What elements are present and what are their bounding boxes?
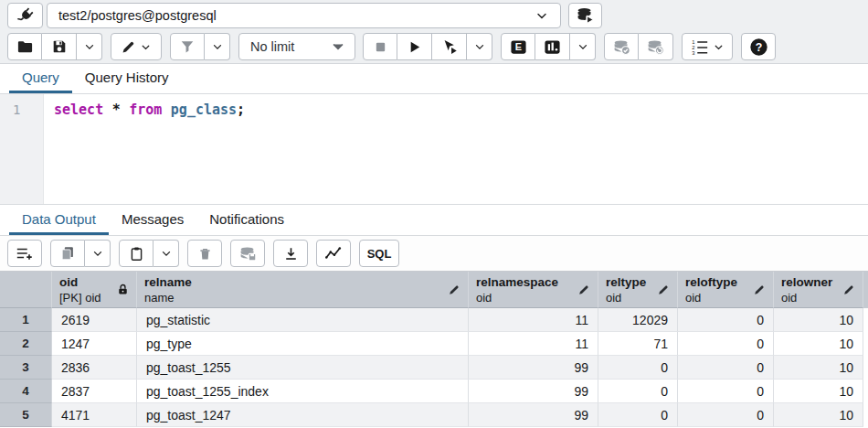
copy-button[interactable]	[50, 240, 85, 267]
cell-reloftype[interactable]: 0	[678, 380, 774, 403]
column-header-relnamespace[interactable]: relnamespace oid	[469, 272, 598, 308]
save-file-button[interactable]	[42, 33, 77, 60]
cell-reloftype[interactable]: 0	[678, 356, 774, 380]
column-header-oid[interactable]: oid [PK] oid	[52, 272, 137, 308]
column-name: relnamespace	[476, 274, 574, 290]
table-row: 5 4171 pg_toast_1247 99 0 0 10	[0, 403, 868, 427]
cell-relnamespace[interactable]: 99	[469, 380, 598, 403]
cell-reloftype[interactable]: 0	[678, 332, 774, 356]
explain-button[interactable]: E	[501, 33, 535, 60]
tab-notifications[interactable]: Notifications	[196, 205, 297, 235]
column-name: reltype	[606, 274, 653, 290]
cell-oid[interactable]: 2619	[52, 308, 137, 332]
cell-relnamespace[interactable]: 11	[469, 332, 598, 356]
cell-relowner[interactable]: 10	[774, 332, 863, 356]
tab-messages[interactable]: Messages	[109, 205, 196, 235]
cell-relowner[interactable]: 10	[774, 356, 863, 380]
cell-reltype[interactable]: 0	[598, 380, 678, 403]
download-results-button[interactable]	[273, 240, 308, 267]
cell-relname[interactable]: pg_statistic	[137, 308, 469, 332]
show-sql-button[interactable]: SQL	[359, 240, 399, 267]
cell-reltype[interactable]: 0	[598, 403, 678, 427]
cell-relname[interactable]: pg_toast_1255	[137, 356, 469, 380]
paste-button[interactable]	[119, 240, 153, 267]
tab-query[interactable]: Query	[9, 64, 72, 93]
cell-relowner[interactable]: 10	[774, 403, 863, 427]
rollback-button[interactable]	[639, 33, 673, 60]
connection-selector[interactable]: test2/postgres@postgresql	[47, 3, 561, 28]
row-number[interactable]: 1	[0, 308, 52, 332]
query-tabstrip: Query Query History	[0, 64, 868, 94]
row-number[interactable]: 5	[0, 403, 52, 427]
column-type: oid	[685, 290, 749, 305]
cell-reloftype[interactable]: 0	[678, 308, 774, 332]
edit-pencil-icon[interactable]	[657, 284, 670, 296]
copy-options-dropdown[interactable]	[85, 240, 111, 267]
row-number[interactable]: 3	[0, 356, 52, 380]
trash-icon	[197, 246, 213, 262]
cell-relname[interactable]: pg_toast_1247	[137, 403, 469, 427]
sql-code-input[interactable]: select*frompg_class;	[44, 94, 868, 204]
cell-oid[interactable]: 2837	[52, 380, 137, 403]
new-query-tool-button[interactable]	[568, 3, 602, 28]
grid-corner-cell[interactable]	[0, 272, 52, 308]
cell-oid[interactable]: 4171	[52, 403, 137, 427]
tab-data-output[interactable]: Data Output	[9, 205, 109, 235]
cell-reltype[interactable]: 12029	[598, 308, 678, 332]
row-number[interactable]: 2	[0, 332, 52, 356]
database-play-icon	[576, 6, 595, 24]
column-header-reltype[interactable]: reltype oid	[598, 272, 678, 308]
filter-options-dropdown[interactable]	[205, 33, 230, 60]
commit-button[interactable]	[604, 33, 639, 60]
help-button[interactable]: ?	[741, 33, 776, 60]
cell-oid[interactable]: 2836	[52, 356, 137, 380]
database-commit-icon	[612, 38, 631, 56]
cell-oid[interactable]: 1247	[52, 332, 137, 356]
delete-row-button[interactable]	[187, 240, 222, 267]
edit-pencil-icon[interactable]	[448, 284, 460, 296]
add-row-button[interactable]	[7, 240, 42, 267]
plug-icon	[16, 6, 35, 25]
open-file-button[interactable]	[7, 33, 42, 60]
cell-relname[interactable]: pg_type	[137, 332, 469, 356]
svg-text:?: ?	[755, 40, 762, 53]
execute-from-cursor-button[interactable]	[432, 33, 467, 60]
explain-analyze-button[interactable]	[535, 33, 570, 60]
cell-reltype[interactable]: 71	[598, 332, 678, 356]
chevron-down-icon	[473, 40, 486, 53]
edit-pencil-icon[interactable]	[577, 284, 590, 296]
chevron-down-icon	[160, 247, 173, 260]
cell-relnamespace[interactable]: 99	[469, 356, 598, 380]
column-type: oid	[606, 290, 653, 305]
row-number[interactable]: 4	[0, 380, 52, 403]
execute-options-dropdown[interactable]	[467, 33, 492, 60]
tab-query-history[interactable]: Query History	[72, 64, 182, 93]
cell-relnamespace[interactable]: 11	[469, 308, 598, 332]
cell-reltype[interactable]: 0	[598, 356, 678, 380]
save-data-changes-button[interactable]	[230, 240, 265, 267]
paste-options-dropdown[interactable]	[153, 240, 179, 267]
column-type: name	[144, 290, 444, 305]
column-header-reloftype[interactable]: reloftype oid	[678, 272, 774, 308]
column-header-relname[interactable]: relname name	[137, 272, 469, 308]
database-save-icon	[238, 245, 258, 262]
sql-operator: *	[112, 102, 121, 118]
filter-button[interactable]	[170, 33, 205, 60]
cell-relowner[interactable]: 10	[774, 308, 863, 332]
edit-pencil-icon[interactable]	[753, 284, 766, 296]
connection-status-button[interactable]	[7, 3, 43, 28]
cell-reloftype[interactable]: 0	[678, 403, 774, 427]
cell-relowner[interactable]: 10	[774, 380, 863, 403]
cell-relname[interactable]: pg_toast_1255_index	[137, 380, 469, 403]
save-options-dropdown[interactable]	[77, 33, 102, 60]
cell-relnamespace[interactable]: 99	[469, 403, 598, 427]
execute-button[interactable]	[397, 33, 432, 60]
edit-dropdown-button[interactable]	[111, 33, 162, 60]
column-header-relowner[interactable]: relowner oid	[774, 272, 863, 308]
row-limit-select[interactable]: No limit	[238, 33, 355, 60]
edit-pencil-icon[interactable]	[842, 284, 855, 296]
stop-button[interactable]	[363, 33, 397, 60]
graph-visualiser-button[interactable]	[316, 240, 351, 267]
macros-dropdown-button[interactable]: 123	[682, 33, 733, 60]
explain-options-dropdown[interactable]	[570, 33, 596, 60]
